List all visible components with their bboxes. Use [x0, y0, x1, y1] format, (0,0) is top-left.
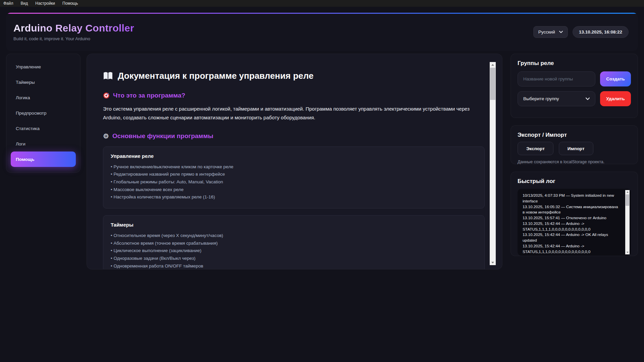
feature-item: Ручное включение/выключение кликом по ка… — [111, 163, 477, 171]
book-icon — [103, 72, 113, 80]
log-scrollbar[interactable] — [625, 190, 630, 254]
doc-title: Документация к программе управления реле — [118, 71, 314, 81]
doc-intro-text: Это система управления реле с расширенно… — [103, 105, 478, 122]
feature-item: Циклическое выполнение (зацикливание) — [111, 247, 477, 255]
sidebar-nav: Управление Таймеры Логика Предпросмотр С… — [6, 54, 80, 173]
sidebar-item-help[interactable]: Помощь — [11, 152, 76, 167]
gear-icon: ⚙ — [103, 133, 109, 139]
group-select-value: Выберите группу — [523, 96, 559, 101]
log-entry: 13.10.2025, 16:05:32 — Система инициализ… — [523, 204, 621, 216]
export-button[interactable]: Экспорт — [518, 142, 553, 155]
feature-item: Редактирование названий реле прямо в инт… — [111, 171, 477, 178]
log-scrollbar-thumb[interactable] — [626, 194, 629, 206]
log-entry: 13.10.2025, 15:42:44 — Arduino -> OK All… — [523, 232, 621, 243]
feature-item: Глобальные режимы работы: Auto, Manual, … — [111, 178, 477, 186]
os-menu-bar: Файл Вид Настройки Помощь — [0, 0, 644, 7]
menu-item-view[interactable]: Вид — [21, 1, 28, 6]
content-row: Управление Таймеры Логика Предпросмотр С… — [6, 54, 638, 269]
doc-intro-heading-row: Что это за программа? — [103, 92, 485, 99]
group-delete-row: Выберите группу Удалить — [518, 91, 631, 106]
export-import-buttons: Экспорт Импорт — [518, 142, 631, 155]
group-create-row: Создать — [518, 71, 631, 86]
feature-card-title: Таймеры — [111, 222, 477, 228]
documentation-panel: Документация к программе управления реле… — [87, 54, 502, 269]
new-group-name-input[interactable] — [518, 71, 595, 86]
delete-group-button[interactable]: Удалить — [600, 91, 631, 106]
scroll-up-arrow-icon[interactable] — [625, 190, 630, 194]
feature-item: Абсолютное время (точное время срабатыва… — [111, 240, 477, 247]
create-group-button[interactable]: Создать — [600, 71, 631, 86]
relay-groups-panel: Группы реле Создать Выберите группу Удал… — [511, 54, 638, 118]
sidebar-item-preview[interactable]: Предпросмотр — [11, 105, 76, 121]
feature-item: Относительное время (через X секунд/мину… — [111, 232, 477, 240]
scroll-down-arrow-icon[interactable] — [625, 250, 630, 254]
right-sidebar: Группы реле Создать Выберите группу Удал… — [511, 54, 638, 269]
language-select[interactable]: Русский — [533, 26, 568, 38]
sidebar-item-logs[interactable]: Логи — [11, 136, 76, 152]
sidebar-item-statistics[interactable]: Статистика — [11, 121, 76, 136]
export-import-title: Экспорт / Импорт — [518, 132, 631, 138]
chevron-down-icon — [586, 98, 590, 100]
sidebar-item-logic[interactable]: Логика — [11, 90, 76, 105]
feature-card-timers: Таймеры Относительное время (через X сек… — [103, 215, 485, 269]
log-entry: 13.10.2025, 15:57:41 — Отключено от Ardu… — [523, 215, 621, 221]
doc-features-heading-row: ⚙ Основные функции программы — [103, 132, 485, 140]
feature-card-relay-control: Управление реле Ручное включение/выключе… — [103, 146, 485, 208]
app-title: Arduino Relay Controller — [13, 22, 134, 34]
target-icon — [103, 92, 110, 99]
feature-item: Массовое выключение всех реле — [111, 186, 477, 194]
app-header: Arduino Relay Controller Build it, code … — [6, 13, 638, 51]
doc-features-heading: Основные функции программы — [112, 132, 213, 140]
storage-note: Данные сохраняются в localStorage проект… — [518, 160, 631, 164]
menu-item-help[interactable]: Помощь — [62, 1, 78, 6]
doc-scrollbar-thumb[interactable] — [490, 68, 495, 100]
doc-intro-heading: Что это за программа? — [113, 92, 185, 99]
language-select-value: Русский — [538, 29, 555, 35]
feature-card-title: Управление реле — [111, 153, 477, 159]
log-entry: 10/13/2025, 4:07:33 PM — System initiali… — [523, 193, 621, 204]
import-button[interactable]: Импорт — [559, 142, 593, 155]
app-subtitle: Build it, code it, improve it. Your Ardu… — [13, 36, 134, 41]
group-select[interactable]: Выберите группу — [518, 91, 595, 106]
header-title-block: Arduino Relay Controller Build it, code … — [13, 22, 134, 41]
doc-scrollbar[interactable] — [490, 62, 496, 265]
menu-item-settings[interactable]: Настройки — [35, 1, 55, 6]
sidebar-item-control[interactable]: Управление — [11, 59, 76, 74]
doc-title-row: Документация к программе управления реле — [103, 71, 485, 81]
menu-item-file[interactable]: Файл — [3, 1, 13, 6]
quick-log-title: Быстрый лог — [518, 178, 631, 185]
datetime-badge: 13.10.2025, 16:08:22 — [573, 26, 629, 38]
quick-log-panel: Быстрый лог 10/13/2025, 4:07:33 PM — Sys… — [511, 172, 638, 256]
relay-groups-title: Группы реле — [518, 60, 631, 67]
sidebar-item-timers[interactable]: Таймеры — [11, 74, 76, 90]
scroll-down-arrow-icon[interactable] — [490, 260, 496, 265]
log-entry: 13.10.2025, 15:42:44 — Arduino -> STATUS… — [523, 221, 621, 232]
export-import-panel: Экспорт / Импорт Экспорт Импорт Данные с… — [511, 125, 638, 164]
log-entry: 13.10.2025, 15:42:44 — Arduino -> STATUS… — [523, 243, 621, 255]
chevron-down-icon — [559, 31, 563, 33]
page-root: Arduino Relay Controller Build it, code … — [0, 7, 644, 269]
feature-item: Одновременная работа ON/OFF таймеров — [111, 262, 477, 269]
feature-item: Одноразовые задачи (Вкл/Выкл через) — [111, 255, 477, 262]
feature-item: Настройка количества управляемых реле (1… — [111, 193, 477, 201]
scroll-up-arrow-icon[interactable] — [490, 62, 496, 67]
header-controls: Русский 13.10.2025, 16:08:22 — [533, 26, 629, 38]
quick-log-box[interactable]: 10/13/2025, 4:07:33 PM — System initiali… — [518, 189, 631, 256]
